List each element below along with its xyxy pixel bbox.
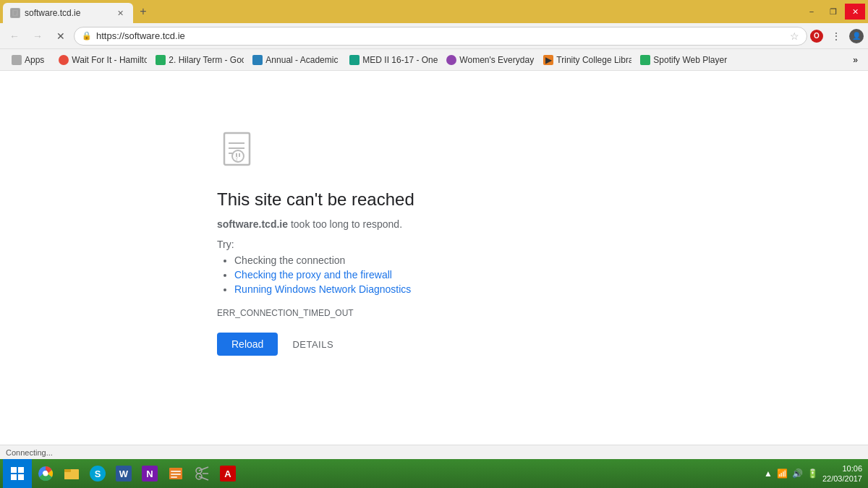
error-heading: This site can't be reached bbox=[217, 189, 651, 210]
profile-icon[interactable]: 👤 bbox=[849, 29, 864, 43]
taskbar-app6[interactable] bbox=[190, 461, 214, 486]
svg-rect-12 bbox=[11, 467, 17, 473]
details-button[interactable]: DETAILS bbox=[292, 339, 333, 350]
opera-icon[interactable]: O bbox=[810, 30, 823, 43]
svg-rect-23 bbox=[171, 471, 181, 472]
window-controls: − ❐ ✕ bbox=[801, 4, 865, 20]
taskbar-acrobat[interactable]: A bbox=[216, 461, 240, 486]
error-list-item-1: Checking the connection bbox=[234, 254, 651, 266]
svg-text::(: :( bbox=[234, 155, 238, 162]
restore-button[interactable]: ❐ bbox=[823, 4, 843, 20]
svg-rect-21 bbox=[64, 469, 71, 472]
error-list-item-2: Checking the proxy and the firewall bbox=[234, 269, 651, 281]
error-list-item-2-link[interactable]: Checking the proxy and the firewall bbox=[234, 269, 392, 281]
lock-icon: 🔒 bbox=[82, 31, 92, 40]
bookmark-med-label: MED II 16-17 - OneDr bbox=[362, 55, 438, 65]
tab-title: software.tcd.ie bbox=[25, 8, 110, 18]
battery-icon: 🔋 bbox=[806, 467, 820, 480]
browser-content: :( This site can't be reached software.t… bbox=[0, 71, 868, 445]
system-tray-icons: ▲ 📶 🔊 🔋 bbox=[762, 467, 820, 480]
error-list-item-1-text: Checking the connection bbox=[234, 254, 345, 266]
error-icon-area: :( bbox=[217, 129, 651, 175]
bookmark-spotify[interactable]: Spotify Web Player bbox=[634, 53, 728, 67]
taskbar-word[interactable]: W bbox=[111, 461, 136, 486]
address-bar[interactable]: 🔒 https://software.tcd.ie ☆ bbox=[74, 27, 807, 46]
tab-close-button[interactable]: ✕ bbox=[114, 7, 126, 19]
svg-rect-14 bbox=[11, 474, 17, 480]
error-page-icon: :( bbox=[217, 129, 260, 172]
bookmark-womens[interactable]: Women's Everyday Li bbox=[441, 53, 535, 67]
network-icon: ▲ bbox=[762, 467, 774, 480]
status-bar: Connecting... bbox=[0, 445, 868, 459]
taskbar-file-explorer[interactable] bbox=[59, 461, 84, 486]
url-text: https://software.tcd.ie bbox=[96, 30, 786, 41]
error-domain: software.tcd.ie bbox=[217, 218, 288, 230]
taskbar-time-display: 10:06 bbox=[822, 463, 862, 474]
tab-favicon bbox=[10, 8, 20, 18]
taskbar-date-display: 22/03/2017 bbox=[822, 474, 862, 484]
taskbar-chrome[interactable] bbox=[33, 461, 58, 486]
error-subtitle: software.tcd.ie took too long to respond… bbox=[217, 218, 651, 230]
stop-reload-button[interactable]: ✕ bbox=[51, 26, 71, 46]
status-text: Connecting... bbox=[6, 448, 53, 457]
try-label: Try: bbox=[217, 239, 651, 250]
bookmark-apps-icon bbox=[12, 55, 22, 65]
signal-bars-icon: 📶 bbox=[775, 467, 789, 480]
bookmark-annual[interactable]: Annual - Academic Re bbox=[247, 53, 341, 67]
bookmark-spotify-icon bbox=[640, 55, 650, 65]
minimize-button[interactable]: − bbox=[801, 4, 822, 20]
taskbar-files[interactable] bbox=[163, 461, 188, 486]
bookmark-trinity-label: Trinity College Library bbox=[556, 55, 631, 65]
svg-rect-13 bbox=[18, 467, 24, 473]
bookmark-hamilton-icon bbox=[59, 55, 69, 65]
error-subtitle-text: took too long to respond. bbox=[288, 218, 402, 230]
navigation-bar: ← → ✕ 🔒 https://software.tcd.ie ☆ O ⋮ 👤 bbox=[0, 23, 868, 49]
bookmarks-bar: Apps Wait For It - Hamilton 2. Hilary Te… bbox=[0, 49, 868, 71]
bookmark-womens-label: Women's Everyday Li bbox=[459, 55, 535, 65]
bookmark-hamilton-label: Wait For It - Hamilton bbox=[72, 55, 147, 65]
start-button[interactable] bbox=[3, 459, 32, 488]
bookmark-annual-label: Annual - Academic Re bbox=[265, 55, 341, 65]
taskbar-skype[interactable]: S bbox=[85, 461, 110, 486]
bookmark-star-icon[interactable]: ☆ bbox=[790, 30, 799, 42]
error-code: ERR_CONNECTION_TIMED_OUT bbox=[217, 308, 651, 318]
error-list-item-3: Running Windows Network Diagnostics bbox=[234, 283, 651, 295]
bookmark-spotify-label: Spotify Web Player bbox=[653, 55, 727, 65]
error-container: :( This site can't be reached software.t… bbox=[217, 129, 651, 356]
bookmarks-more-button[interactable]: » bbox=[848, 53, 862, 67]
menu-button[interactable]: ⋮ bbox=[826, 26, 846, 46]
error-list: Checking the connection Checking the pro… bbox=[217, 254, 651, 298]
title-bar: software.tcd.ie ✕ + − ❐ ✕ bbox=[0, 0, 868, 23]
close-button[interactable]: ✕ bbox=[845, 4, 865, 20]
error-list-item-3-link[interactable]: Running Windows Network Diagnostics bbox=[234, 283, 411, 295]
new-tab-button[interactable]: + bbox=[133, 1, 153, 22]
taskbar: S W N A ▲ 📶 🔊 🔋 10:06 22/03/2017 bbox=[0, 459, 868, 488]
bookmark-hamilton[interactable]: Wait For It - Hamilton bbox=[53, 53, 147, 67]
bookmark-med-icon bbox=[349, 55, 359, 65]
bookmark-apps-label: Apps bbox=[25, 55, 44, 65]
forward-button[interactable]: → bbox=[27, 26, 48, 46]
bookmark-trinity-icon: ▶ bbox=[543, 55, 553, 65]
reload-button[interactable]: Reload bbox=[217, 333, 278, 356]
svg-rect-25 bbox=[171, 476, 177, 478]
browser-tab[interactable]: software.tcd.ie ✕ bbox=[3, 3, 133, 23]
svg-rect-15 bbox=[18, 474, 24, 480]
bookmark-hilary-label: 2. Hilary Term - Goog bbox=[169, 55, 244, 65]
svg-rect-24 bbox=[171, 474, 181, 475]
back-button[interactable]: ← bbox=[4, 26, 25, 46]
bookmark-womens-icon bbox=[446, 55, 456, 65]
bookmark-annual-icon bbox=[252, 55, 263, 65]
bookmark-apps[interactable]: Apps bbox=[6, 53, 50, 67]
taskbar-clock[interactable]: 10:06 22/03/2017 bbox=[822, 463, 862, 484]
volume-icon: 🔊 bbox=[791, 467, 804, 480]
bookmark-trinity[interactable]: ▶ Trinity College Library bbox=[537, 53, 631, 67]
taskbar-onenote[interactable]: N bbox=[137, 461, 162, 486]
svg-point-18 bbox=[43, 471, 48, 476]
bookmark-hilary[interactable]: 2. Hilary Term - Goog bbox=[150, 53, 244, 67]
bookmark-med[interactable]: MED II 16-17 - OneDr bbox=[344, 53, 438, 67]
bookmark-hilary-icon bbox=[156, 55, 166, 65]
taskbar-right: ▲ 📶 🔊 🔋 10:06 22/03/2017 bbox=[762, 463, 865, 484]
error-actions: Reload DETAILS bbox=[217, 333, 651, 356]
